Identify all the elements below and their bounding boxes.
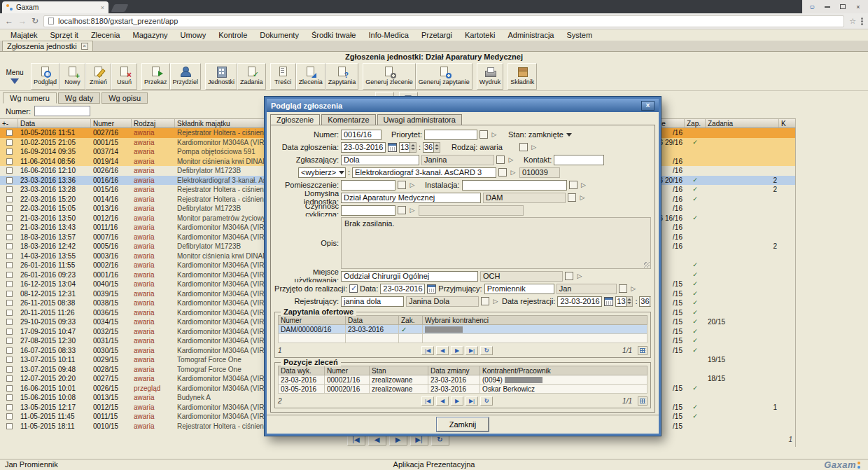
toolbar-podglad-button[interactable]: Podgląd — [31, 63, 59, 90]
row-checkbox[interactable] — [6, 310, 13, 316]
miejsce-kod-field[interactable]: OCH — [480, 271, 563, 282]
kontakt-field[interactable] — [554, 155, 604, 165]
menu-item-umowy[interactable]: Umowy — [174, 31, 213, 39]
row-checkbox[interactable] — [6, 158, 13, 165]
menu-item-maj-tek[interactable]: Majątek — [4, 31, 44, 39]
rejestrujacy-field[interactable]: janina dola — [341, 296, 404, 307]
row-checkbox[interactable] — [6, 338, 13, 344]
rodzaj-value[interactable]: awaria — [479, 143, 502, 151]
miejsce-field[interactable]: Oddział Chirurgii Ogólnej — [341, 271, 478, 282]
pozycje-column-header[interactable]: Data zmiany — [428, 366, 480, 375]
menu-item-kartoteki[interactable]: Kartoteki — [458, 31, 501, 39]
grid-prev-button[interactable] — [368, 434, 386, 445]
pozycje-row[interactable]: 23-03-2016000021/16zrealizowane23-03-201… — [279, 375, 648, 385]
row-checkbox[interactable] — [6, 186, 13, 193]
row-checkbox[interactable] — [6, 215, 13, 221]
pomieszczenie-goto-button[interactable] — [408, 181, 416, 189]
menu-item-kontrole[interactable]: Kontrole — [212, 31, 253, 39]
row-checkbox[interactable] — [6, 357, 13, 363]
przyjeto-checkbox[interactable] — [349, 284, 358, 293]
data-zgloszenia-field[interactable]: 23-03-2016 — [341, 142, 386, 153]
row-checkbox[interactable] — [6, 130, 13, 136]
rodzaj-goto-button[interactable] — [530, 143, 538, 151]
pozycje-column-header[interactable]: Stan — [370, 366, 428, 375]
zapytania-refresh-button[interactable] — [480, 346, 493, 355]
pozycje-export-button[interactable] — [638, 396, 648, 406]
przyjmujacy-goto-button[interactable] — [629, 284, 638, 293]
row-checkbox[interactable] — [6, 329, 13, 335]
skladnik-field[interactable]: Elektrokardiograf 3-kanał. AsCARD 3 — [352, 167, 496, 178]
stepper-arrows-icon[interactable] — [626, 296, 633, 307]
pozycje-first-button[interactable] — [421, 396, 434, 406]
menu-item-zlecenia[interactable]: Zlecenia — [85, 31, 127, 39]
zapytania-first-button[interactable] — [421, 346, 434, 355]
row-checkbox[interactable] — [6, 394, 13, 401]
row-checkbox[interactable] — [6, 177, 13, 184]
pozycje-column-header[interactable]: Kontrahent/Pracownik — [480, 366, 648, 375]
hour-stepper[interactable]: 13 — [399, 142, 416, 153]
rej-hour-stepper[interactable]: 13 — [615, 296, 633, 307]
menu-item-dokumenty[interactable]: Dokumenty — [253, 31, 305, 39]
jednostka-kod-field[interactable]: DAM — [483, 193, 566, 203]
toolbar-zlecenia-button[interactable]: Zlecenia — [296, 63, 326, 90]
calendar-icon[interactable] — [388, 143, 397, 152]
row-checkbox[interactable] — [6, 413, 13, 420]
stan-select[interactable]: zamknięte — [528, 130, 572, 139]
column-header-numer[interactable]: Numer — [91, 119, 132, 127]
data-rejestracji-field[interactable]: 23-03-2016 — [557, 296, 602, 307]
column-header-expand[interactable]: +- — [0, 119, 18, 127]
browser-tab[interactable]: Gaxam × — [2, 1, 108, 13]
przyjmujacy-field[interactable]: Promiennik — [484, 284, 554, 294]
menu-item-administracja[interactable]: Administracja — [501, 31, 560, 39]
menu-button[interactable]: Menu — [3, 69, 27, 84]
column-header-rodzaj[interactable]: Rodzaj — [132, 119, 175, 127]
reload-icon[interactable]: ↻ — [31, 16, 38, 26]
instalacja-goto-button[interactable] — [580, 181, 588, 189]
close-button[interactable]: × — [850, 1, 866, 12]
czynnosc-lookup-button[interactable] — [398, 206, 406, 214]
filter-tab-3[interactable]: Wg opisu — [102, 92, 148, 104]
dialog-tab-2[interactable]: Komentarze — [321, 114, 375, 125]
filter-tab-2[interactable]: Wg daty — [58, 92, 100, 104]
miejsce-goto-button[interactable] — [575, 272, 584, 280]
pozycje-prev-button[interactable] — [436, 396, 449, 406]
skladnik-goto-button[interactable] — [509, 168, 517, 177]
calendar-icon[interactable] — [604, 297, 613, 306]
numer-field[interactable]: 0016/16 — [341, 130, 382, 140]
zapytania-export-button[interactable] — [638, 346, 648, 355]
rejestrujacy-goto-button[interactable] — [491, 297, 500, 305]
toolbar-generuj-zapytanie-button[interactable]: Generuj zapytanie — [416, 63, 472, 90]
rejestrujacy-lookup-button[interactable] — [481, 297, 489, 305]
wybierz-select[interactable]: <wybierz> — [298, 167, 346, 178]
grid-next-button[interactable] — [389, 434, 407, 445]
row-checkbox[interactable] — [6, 319, 13, 325]
toolbar-przekaz-button[interactable]: Przekaz — [141, 63, 170, 90]
dialog-tab-3[interactable]: Uwagi administratora — [377, 114, 462, 125]
toolbar-zadania-button[interactable]: Zadania — [237, 63, 266, 90]
bookmark-star-icon[interactable]: ☆ — [849, 17, 856, 26]
column-header-zadania[interactable]: Zadania — [706, 119, 779, 127]
row-checkbox[interactable] — [6, 347, 13, 354]
stepper-arrows-icon[interactable] — [434, 142, 440, 153]
menu-item-przetargi[interactable]: Przetargi — [415, 31, 458, 39]
grid-last-button[interactable] — [410, 434, 428, 445]
zglaszajacy-imie-field[interactable]: Janina — [421, 155, 494, 165]
toolbar-jednostki-button[interactable]: Jednostki — [205, 63, 237, 90]
zapytania-next-button[interactable] — [451, 346, 463, 355]
pozycje-row[interactable]: 03-05-2016000020/16zrealizowane23-03-201… — [279, 385, 648, 394]
pomieszczenie-lookup-button[interactable] — [398, 181, 406, 189]
row-checkbox[interactable] — [6, 196, 13, 202]
menu-item-sprz-t-it[interactable]: Sprzęt it — [44, 31, 85, 39]
skladnik-kod-field[interactable]: 010039 — [519, 167, 560, 178]
row-checkbox[interactable] — [6, 224, 13, 230]
forward-icon[interactable]: → — [18, 16, 27, 26]
jednostka-lookup-button[interactable] — [568, 193, 576, 202]
zapytania-last-button[interactable] — [465, 346, 478, 355]
toolbar-zmien-button[interactable]: Zmień — [85, 63, 111, 90]
row-checkbox[interactable] — [6, 291, 13, 297]
calendar-icon[interactable] — [427, 284, 436, 293]
rejestrujacy-pelna-field[interactable]: Janina Dola — [406, 296, 479, 307]
pozycje-column-header[interactable]: Numer — [325, 366, 370, 375]
row-checkbox[interactable] — [6, 253, 13, 259]
url-field[interactable]: localhost:8180/gxstart_prezent/app — [43, 15, 844, 27]
